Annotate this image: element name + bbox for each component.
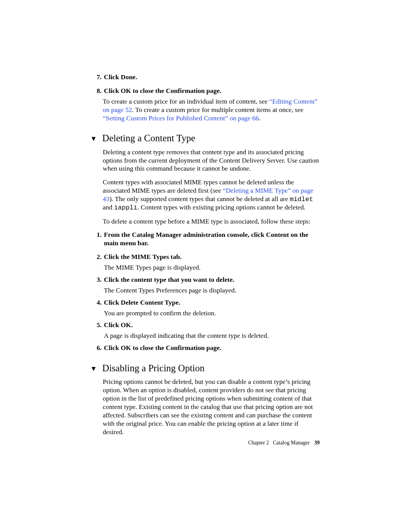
- paragraph: Deleting a content type removes that con…: [103, 148, 320, 173]
- step-text: Click the MIME Types tab.: [104, 253, 320, 261]
- sec1-step-1: 1. From the Catalog Manager administrati…: [93, 231, 320, 248]
- step-text: Click Done.: [104, 73, 320, 81]
- step-sub: A page is displayed indicating that the …: [104, 332, 320, 340]
- step-number: 7.: [93, 73, 104, 81]
- heading-text: Disabling a Pricing Option: [102, 362, 205, 374]
- code-iappli: iappli: [114, 204, 137, 211]
- paragraph: Pricing options cannot be deleted, but y…: [103, 378, 320, 436]
- step-8-paragraph: To create a custom price for an individu…: [103, 97, 320, 123]
- step-text: Click OK.: [104, 321, 320, 329]
- heading-text: Deleting a Content Type: [102, 132, 195, 144]
- step-sub: The Content Types Preferences page is di…: [104, 286, 320, 295]
- step-number: 1.: [93, 231, 104, 248]
- step-text: Click the content type that you want to …: [104, 276, 320, 284]
- sec1-step-4: 4. Click Delete Content Type.: [93, 299, 320, 307]
- step-7: 7. Click Done.: [93, 73, 320, 81]
- text: . To create a custom price for multiple …: [132, 106, 303, 113]
- step-number: 4.: [93, 299, 104, 307]
- footer-page-number: 39: [314, 440, 320, 446]
- step-text: From the Catalog Manager administration …: [104, 231, 320, 248]
- step-number: 2.: [93, 253, 104, 261]
- step-text: Click OK to close the Confirmation page.: [104, 87, 320, 95]
- footer-title: Catalog Manager: [273, 440, 310, 446]
- paragraph: Content types with associated MIME types…: [103, 178, 320, 212]
- text: To create a custom price for an individu…: [103, 97, 269, 105]
- step-number: 8.: [93, 87, 104, 95]
- section-heading-deleting-content-type: ▼ Deleting a Content Type: [90, 132, 320, 144]
- step-sub: The MIME Types page is displayed.: [104, 264, 320, 272]
- paragraph: To delete a content type before a MIME t…: [103, 217, 320, 226]
- sec1-step-2: 2. Click the MIME Types tab.: [93, 253, 320, 261]
- page-footer: Chapter 2 Catalog Manager39: [248, 440, 320, 446]
- step-number: 3.: [93, 276, 104, 284]
- text: . Content types with existing pricing op…: [137, 203, 306, 211]
- sec1-step-6: 6. Click OK to close the Confirmation pa…: [93, 344, 320, 352]
- step-text: Click OK to close the Confirmation page.: [104, 344, 320, 352]
- footer-chapter: Chapter 2: [248, 440, 269, 446]
- code-midlet: midlet: [290, 196, 313, 203]
- triangle-down-icon: ▼: [90, 134, 97, 143]
- step-text: Click Delete Content Type.: [104, 299, 320, 307]
- text: .: [259, 114, 260, 122]
- step-sub: You are prompted to confirm the deletion…: [104, 309, 320, 318]
- step-number: 5.: [93, 321, 104, 329]
- content-area: 7. Click Done. 8. Click OK to close the …: [93, 73, 320, 441]
- step-number: 6.: [93, 344, 104, 352]
- text: ). The only supported content types that…: [110, 195, 290, 203]
- text: and: [103, 203, 114, 211]
- sec1-step-3: 3. Click the content type that you want …: [93, 276, 320, 284]
- section-heading-disabling-pricing-option: ▼ Disabling a Pricing Option: [90, 362, 320, 374]
- step-8: 8. Click OK to close the Confirmation pa…: [93, 87, 320, 95]
- sec1-step-5: 5. Click OK.: [93, 321, 320, 329]
- triangle-down-icon: ▼: [90, 364, 97, 373]
- link-setting-custom-prices[interactable]: “Setting Custom Prices for Published Con…: [103, 114, 259, 122]
- page: 7. Click Done. 8. Click OK to close the …: [0, 0, 411, 532]
